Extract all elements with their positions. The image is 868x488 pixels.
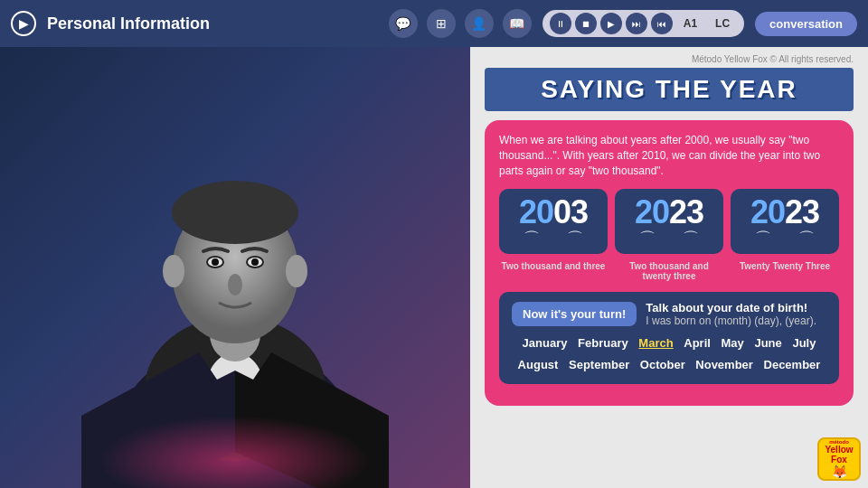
- left-panel: [0, 47, 470, 488]
- logo-fox: Fox: [831, 455, 847, 465]
- year-number-2023-v1: 2023: [626, 196, 712, 229]
- turn-subtitle: I was born on (month) (day), (year).: [646, 314, 816, 327]
- bracket-left-2: ⌒: [639, 230, 656, 247]
- title-banner: SAYING THE YEAR: [485, 68, 854, 111]
- fox-emoji: 🦊: [832, 465, 847, 479]
- bracket-right-2: ⌒: [683, 230, 699, 247]
- years-row: 2003 ⌒ ⌒ 2023 ⌒ ⌒ 2023: [499, 189, 839, 254]
- years-labels-row: Two thousand and three Two thousand and …: [499, 261, 839, 281]
- person-image: [0, 47, 470, 488]
- play-button[interactable]: ▶: [600, 13, 622, 34]
- year-highlight-1: 20: [519, 193, 553, 230]
- month-may[interactable]: May: [722, 336, 744, 350]
- logo-name: Yellow: [825, 445, 853, 455]
- skip-forward-button[interactable]: ⏭: [626, 13, 647, 34]
- svg-point-13: [212, 258, 219, 266]
- year-block-2003: 2003 ⌒ ⌒: [499, 189, 608, 254]
- bracket-left-1: ⌒: [524, 230, 540, 247]
- month-january[interactable]: January: [523, 336, 568, 350]
- grid-icon[interactable]: ⊞: [427, 9, 456, 38]
- turn-badge: Now it's your turn!: [512, 302, 637, 326]
- chat-icon[interactable]: 💬: [389, 9, 418, 38]
- year-block-2023-v2: 2023 ⌒ ⌒: [731, 189, 839, 254]
- app-header: ▶ Personal Information 💬 ⊞ 👤 📖 ⏸ ⏹ ▶ ⏭ ⏮…: [0, 0, 868, 47]
- turn-title: Talk about your date of birth!: [646, 301, 816, 314]
- year-desc-2023-v1: Two thousand and twenty three: [615, 261, 723, 281]
- turn-text-block: Talk about your date of birth! I was bor…: [646, 301, 816, 327]
- logo-badge: método Yellow Fox 🦊: [817, 437, 861, 481]
- turn-section: Now it's your turn! Talk about your date…: [499, 292, 839, 384]
- year-highlight-3: 20: [750, 193, 785, 230]
- month-july[interactable]: July: [792, 336, 816, 350]
- month-june[interactable]: June: [754, 336, 781, 350]
- month-september[interactable]: September: [569, 358, 629, 371]
- month-february[interactable]: February: [578, 336, 628, 350]
- year-number-2023-v2: 2023: [741, 196, 828, 229]
- turn-row: Now it's your turn! Talk about your date…: [512, 301, 826, 327]
- year-block-2023-v1: 2023 ⌒ ⌒: [615, 189, 723, 254]
- page-title: Personal Information: [47, 14, 378, 33]
- month-november[interactable]: November: [695, 358, 753, 371]
- bracket-right-1: ⌒: [567, 230, 583, 247]
- svg-point-8: [286, 255, 307, 287]
- month-october[interactable]: October: [640, 358, 685, 371]
- bracket-right-3: ⌒: [798, 230, 815, 247]
- svg-point-6: [172, 181, 298, 244]
- conversation-button[interactable]: conversation: [755, 12, 857, 36]
- svg-point-7: [163, 255, 184, 287]
- year-desc-2023-v2: Twenty Twenty Three: [731, 261, 839, 281]
- year-highlight-2: 20: [635, 193, 669, 230]
- playback-controls: ⏸ ⏹ ▶ ⏭ ⏮ A1 LC: [542, 10, 744, 37]
- month-march[interactable]: March: [638, 336, 673, 350]
- user-icon[interactable]: 👤: [465, 9, 494, 38]
- month-april[interactable]: April: [684, 336, 711, 350]
- stop-button[interactable]: ⏹: [575, 13, 597, 34]
- months-row: January February March April May June Ju…: [512, 333, 826, 375]
- skip-back-button[interactable]: ⏮: [651, 13, 673, 34]
- year-number-2003: 2003: [510, 196, 597, 229]
- nav-icons: 💬 ⊞ 👤 📖: [389, 9, 532, 38]
- level-a1-badge: A1: [676, 14, 704, 33]
- svg-point-15: [228, 274, 242, 296]
- back-button[interactable]: ▶: [11, 11, 36, 36]
- copyright-text: Método Yellow Fox © All rights reserved.: [485, 54, 854, 64]
- book-icon[interactable]: 📖: [503, 9, 532, 38]
- main-card: When we are talking about years after 20…: [485, 120, 854, 406]
- explanation-text: When we are talking about years after 20…: [499, 133, 839, 178]
- pause-button[interactable]: ⏸: [550, 13, 571, 34]
- section-title: SAYING THE YEAR: [499, 75, 839, 104]
- month-august[interactable]: August: [518, 358, 559, 371]
- main-content: Método Yellow Fox © All rights reserved.…: [470, 47, 868, 488]
- level-lc-badge: LC: [708, 14, 737, 33]
- svg-point-14: [251, 258, 259, 266]
- month-december[interactable]: December: [764, 358, 821, 371]
- bracket-left-3: ⌒: [755, 230, 771, 247]
- year-desc-2003: Two thousand and three: [499, 261, 608, 281]
